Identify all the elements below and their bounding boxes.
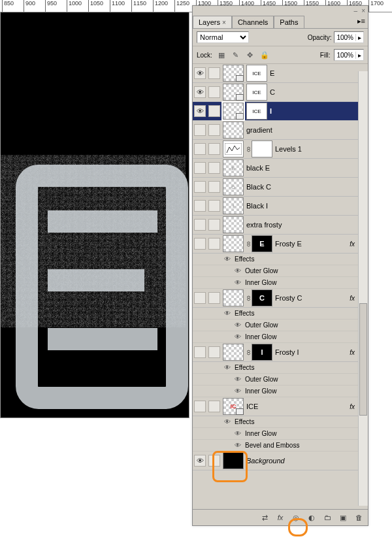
layer-name[interactable]: ICE <box>246 403 347 410</box>
visibility-toggle[interactable]: 👁 <box>194 455 206 467</box>
layer-name[interactable]: I <box>270 107 367 115</box>
layer-thumbnail[interactable] <box>223 216 244 233</box>
layer-name[interactable]: Levels 1 <box>275 145 367 153</box>
visibility-toggle[interactable] <box>194 346 206 358</box>
link-toggle[interactable] <box>208 292 220 304</box>
layer-row[interactable]: 👁 ICE C <box>193 83 368 102</box>
eye-icon[interactable]: 👁 <box>223 310 232 318</box>
visibility-toggle[interactable] <box>194 219 206 231</box>
adjustment-thumbnail[interactable] <box>223 140 244 157</box>
layer-row[interactable]: E black E <box>193 159 368 178</box>
visibility-toggle[interactable]: 👁 <box>194 86 206 98</box>
layer-row[interactable]: IC ICE fx ▴ <box>193 397 368 416</box>
layer-row[interactable]: 👁 Background 🔒 <box>193 452 368 470</box>
document-canvas[interactable] <box>0 12 189 418</box>
mask-thumbnail[interactable]: I <box>252 344 272 361</box>
layer-name[interactable]: E <box>270 69 367 77</box>
effect-row[interactable]: 👁Inner Glow <box>193 277 368 289</box>
layer-thumbnail[interactable]: C <box>223 178 244 195</box>
eye-icon[interactable]: 👁 <box>233 267 242 275</box>
mask-thumbnail[interactable]: ICE <box>246 103 267 120</box>
layer-thumbnail[interactable] <box>223 122 244 139</box>
layer-name[interactable]: Black C <box>246 183 367 191</box>
layers-scrollbar[interactable] <box>358 71 368 506</box>
eye-icon[interactable]: 👁 <box>233 279 242 287</box>
layer-name[interactable]: Frosty I <box>275 348 347 356</box>
layer-thumbnail[interactable] <box>223 452 244 469</box>
link-toggle[interactable] <box>208 105 220 117</box>
layer-thumbnail[interactable] <box>223 289 244 306</box>
effect-row[interactable]: 👁Outer Glow <box>193 374 368 386</box>
link-toggle[interactable] <box>208 162 220 174</box>
layer-row[interactable]: 𝟾 Levels 1 <box>193 140 368 159</box>
effect-row[interactable]: 👁Outer Glow <box>193 320 368 331</box>
effect-row[interactable]: 👁Bevel and Emboss <box>193 440 368 452</box>
layer-name[interactable]: C <box>270 88 367 96</box>
visibility-toggle[interactable]: 👁 <box>194 67 206 79</box>
eye-icon[interactable]: 👁 <box>223 255 232 263</box>
delete-layer-button[interactable]: 🗑 <box>353 512 364 523</box>
layer-thumbnail[interactable]: E <box>223 159 244 176</box>
layer-row[interactable]: 𝟾 I Frosty I fx ▴ <box>193 343 368 362</box>
layer-thumbnail[interactable] <box>223 235 244 252</box>
layer-thumbnail[interactable] <box>223 84 244 101</box>
visibility-toggle[interactable] <box>194 181 206 193</box>
layer-name[interactable]: Frosty C <box>275 294 347 302</box>
opacity-field[interactable]: 100%▸ <box>334 31 364 43</box>
scrollbar-thumb[interactable] <box>359 303 367 416</box>
eye-icon[interactable]: 👁 <box>233 333 242 341</box>
link-toggle[interactable] <box>208 200 220 212</box>
eye-icon[interactable]: 👁 <box>233 442 242 450</box>
layer-name[interactable]: Frosty E <box>275 240 347 248</box>
blend-mode-select[interactable]: Normal <box>197 31 249 43</box>
mask-thumbnail[interactable] <box>252 140 272 157</box>
visibility-toggle[interactable]: 👁 <box>194 105 206 117</box>
link-toggle[interactable] <box>208 143 220 155</box>
tab-paths[interactable]: Paths <box>274 16 304 28</box>
layer-thumbnail[interactable] <box>223 65 244 82</box>
visibility-toggle[interactable] <box>194 238 206 250</box>
eye-icon[interactable]: 👁 <box>233 387 242 395</box>
layer-thumbnail[interactable] <box>223 344 244 361</box>
layer-name[interactable]: gradient <box>246 126 367 134</box>
eye-icon[interactable]: 👁 <box>233 430 242 438</box>
link-toggle[interactable] <box>208 455 220 467</box>
layer-name[interactable]: Background <box>246 457 356 465</box>
layer-row[interactable]: 👁 ICE E <box>193 64 368 83</box>
visibility-toggle[interactable] <box>194 292 206 304</box>
new-adjustment-button[interactable]: ◐ <box>306 512 317 523</box>
eye-icon[interactable]: 👁 <box>233 321 242 329</box>
visibility-toggle[interactable] <box>194 143 206 155</box>
layer-row[interactable]: I Black I <box>193 197 368 216</box>
link-toggle[interactable] <box>208 401 220 412</box>
new-group-button[interactable]: 🗀 <box>322 512 333 523</box>
eye-icon[interactable]: 👁 <box>223 364 232 372</box>
effect-row[interactable]: 👁Inner Glow <box>193 386 368 397</box>
mask-thumbnail[interactable]: ICE <box>246 84 267 101</box>
eye-icon[interactable]: 👁 <box>233 376 242 384</box>
mask-thumbnail[interactable]: E <box>252 235 272 252</box>
effect-row[interactable]: 👁Outer Glow <box>193 265 368 277</box>
eye-icon[interactable]: 👁 <box>223 418 232 426</box>
mask-thumbnail[interactable]: ICE <box>246 65 267 82</box>
effects-heading[interactable]: 👁Effects <box>193 362 368 374</box>
layer-name[interactable]: extra frosty <box>246 221 367 229</box>
layer-thumbnail[interactable] <box>223 103 244 120</box>
panel-close-button[interactable]: × <box>361 7 365 14</box>
visibility-toggle[interactable] <box>194 124 206 136</box>
visibility-toggle[interactable] <box>194 200 206 212</box>
layer-thumbnail[interactable]: IC <box>223 398 244 415</box>
mask-thumbnail[interactable]: C <box>252 289 272 306</box>
layer-name[interactable]: Black I <box>246 202 367 210</box>
lock-transparency-icon[interactable]: ▦ <box>216 50 227 60</box>
fill-field[interactable]: 100%▸ <box>334 49 364 61</box>
layer-style-button[interactable]: fx <box>275 512 286 523</box>
add-mask-button[interactable]: ◎ <box>291 512 301 523</box>
layer-row[interactable]: extra frosty <box>193 216 368 235</box>
lock-all-icon[interactable]: 🔒 <box>259 50 270 60</box>
visibility-toggle[interactable] <box>194 401 206 412</box>
effects-heading[interactable]: 👁Effects <box>193 308 368 320</box>
layer-name[interactable]: black E <box>246 164 367 172</box>
visibility-toggle[interactable] <box>194 162 206 174</box>
lock-position-icon[interactable]: ✥ <box>245 50 255 60</box>
